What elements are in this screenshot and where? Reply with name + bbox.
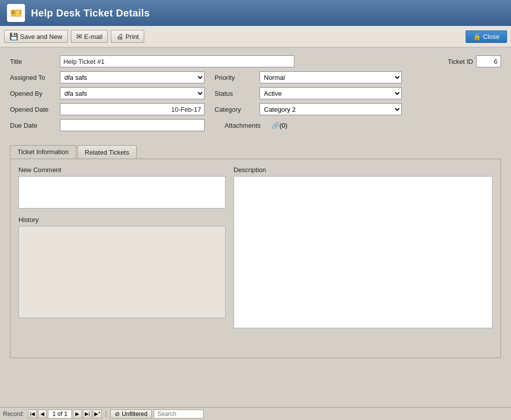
tab-header: Ticket Information Related Tickets [10, 145, 501, 159]
tab-ticket-information[interactable]: Ticket Information [10, 145, 76, 159]
print-icon: 🖨 [116, 32, 123, 40]
save-and-new-label: Save and New [20, 33, 62, 40]
inner-form: New Comment History Description [18, 166, 493, 330]
nav-first-button[interactable]: |◀ [28, 410, 37, 419]
new-comment-label: New Comment [18, 166, 226, 174]
filter-label: Unfiltered [122, 411, 147, 418]
print-label: Print [125, 33, 139, 40]
record-info: 1 of 1 [48, 410, 72, 419]
save-and-new-button[interactable]: 💾 Save and New [4, 30, 68, 43]
tab-content: New Comment History Description [10, 159, 501, 358]
attachments-label: Attachments [225, 122, 269, 129]
close-icon: 🔒 [473, 33, 481, 40]
record-label: Record: [3, 411, 24, 418]
opened-by-select[interactable]: dfa safs [60, 87, 205, 99]
nav-next-button[interactable]: ▶ [73, 410, 82, 419]
print-button[interactable]: 🖨 Print [111, 30, 144, 43]
due-date-attachments-row: Due Date Attachments 🔗(0) [10, 119, 501, 131]
priority-label: Priority [215, 74, 259, 81]
filter-icon: ⊘ [115, 411, 120, 418]
email-icon: ✉ [76, 32, 82, 40]
assigned-priority-row: Assigned To dfa safs Priority Normal Low… [10, 71, 501, 83]
description-label: Description [234, 166, 493, 174]
close-label: Close [483, 33, 500, 40]
ticket-id-label: Ticket ID [448, 58, 473, 65]
ticket-id-group: Ticket ID [448, 55, 501, 67]
history-box [18, 226, 226, 318]
ticket-id-input[interactable] [476, 55, 501, 67]
toolbar: 💾 Save and New ✉ E-mail 🖨 Print 🔒 Close [0, 26, 511, 47]
app-icon: 🎫 [7, 4, 25, 22]
category-label: Category [215, 106, 259, 113]
history-label: History [18, 216, 226, 223]
search-input[interactable] [154, 410, 204, 419]
description-textarea[interactable] [234, 176, 493, 328]
statusbar: Record: |◀ ◀ 1 of 1 ▶ ▶| ▶* ⊘ Unfiltered [0, 407, 511, 420]
due-date-label: Due Date [10, 122, 60, 129]
left-panel: New Comment History [18, 166, 226, 330]
opened-date-input[interactable] [60, 103, 205, 115]
close-button[interactable]: 🔒 Close [466, 30, 507, 43]
tab-related-tickets[interactable]: Related Tickets [77, 145, 137, 159]
email-button[interactable]: ✉ E-mail [71, 30, 108, 43]
priority-select[interactable]: Normal Low High Critical [259, 71, 402, 83]
opened-by-label: Opened By [10, 90, 60, 97]
header: 🎫 Help Desk Ticket Details [0, 0, 511, 26]
new-comment-textarea[interactable] [18, 176, 226, 209]
title-label: Title [10, 58, 60, 65]
tabs-area: Ticket Information Related Tickets New C… [0, 145, 511, 358]
window-title: Help Desk Ticket Details [31, 7, 150, 19]
unfiltered-button[interactable]: ⊘ Unfiltered [110, 410, 152, 419]
attachments-value: 🔗(0) [271, 122, 287, 129]
opened-date-category-row: Opened Date Category Category 1 Category… [10, 103, 501, 115]
title-row: Title Ticket ID [10, 55, 501, 67]
nav-prev-button[interactable]: ◀ [38, 410, 47, 419]
nav-group: |◀ ◀ 1 of 1 ▶ ▶| ▶* [28, 410, 102, 419]
status-select[interactable]: Active Pending Resolved Closed [259, 87, 402, 99]
title-input[interactable] [60, 55, 294, 67]
right-panel: Description [234, 166, 493, 330]
assigned-to-select[interactable]: dfa safs [60, 71, 205, 83]
opened-by-status-row: Opened By dfa safs Status Active Pending… [10, 87, 501, 99]
form-area: Title Ticket ID Assigned To dfa safs Pri… [0, 47, 511, 140]
nav-new-button[interactable]: ▶* [93, 410, 102, 419]
assigned-to-label: Assigned To [10, 74, 60, 81]
nav-last-button[interactable]: ▶| [83, 410, 92, 419]
save-icon: 💾 [9, 32, 18, 40]
divider [106, 411, 106, 418]
email-label: E-mail [84, 33, 103, 40]
opened-date-label: Opened Date [10, 106, 60, 113]
category-select[interactable]: Category 1 Category 2 Category 3 [259, 103, 402, 115]
status-label: Status [215, 90, 259, 97]
due-date-input[interactable] [60, 119, 205, 131]
